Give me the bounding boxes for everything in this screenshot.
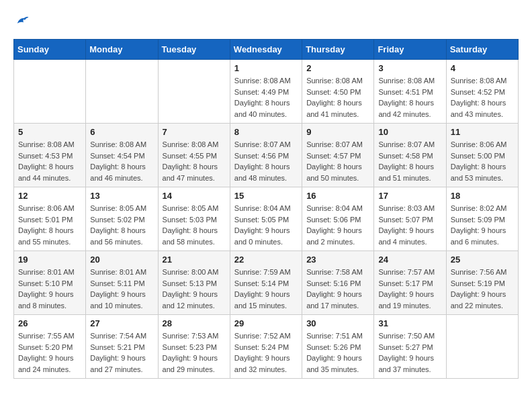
day-detail: Sunrise: 8:08 AMSunset: 4:53 PMDaylight:… xyxy=(18,139,81,183)
day-detail: Sunrise: 8:08 AMSunset: 4:54 PMDaylight:… xyxy=(90,139,153,183)
calendar-day-cell: 30 Sunrise: 7:51 AMSunset: 5:26 PMDaylig… xyxy=(302,315,374,379)
day-number: 2 xyxy=(306,63,369,73)
day-detail: Sunrise: 8:07 AMSunset: 4:56 PMDaylight:… xyxy=(234,139,298,183)
calendar-week-row: 19 Sunrise: 8:01 AMSunset: 5:10 PMDaylig… xyxy=(14,251,519,315)
day-detail: Sunrise: 8:02 AMSunset: 5:09 PMDaylight:… xyxy=(451,203,514,247)
day-header-wednesday: Wednesday xyxy=(230,40,302,60)
day-detail: Sunrise: 8:00 AMSunset: 5:13 PMDaylight:… xyxy=(163,267,226,311)
day-detail: Sunrise: 8:05 AMSunset: 5:03 PMDaylight:… xyxy=(163,203,226,247)
calendar-day-cell: 6 Sunrise: 8:08 AMSunset: 4:54 PMDayligh… xyxy=(86,124,158,187)
day-number: 29 xyxy=(234,318,298,328)
calendar-day-cell: 14 Sunrise: 8:05 AMSunset: 5:03 PMDaylig… xyxy=(158,187,230,251)
calendar-table: SundayMondayTuesdayWednesdayThursdayFrid… xyxy=(13,39,519,379)
page-header xyxy=(13,13,519,28)
day-detail: Sunrise: 8:07 AMSunset: 4:58 PMDaylight:… xyxy=(378,139,441,183)
day-number: 6 xyxy=(90,127,153,137)
day-detail: Sunrise: 7:57 AMSunset: 5:17 PMDaylight:… xyxy=(378,267,441,311)
day-number: 11 xyxy=(451,127,514,137)
calendar-day-cell: 10 Sunrise: 8:07 AMSunset: 4:58 PMDaylig… xyxy=(374,124,446,187)
day-detail: Sunrise: 7:58 AMSunset: 5:16 PMDaylight:… xyxy=(306,267,369,311)
calendar-day-cell: 25 Sunrise: 7:56 AMSunset: 5:19 PMDaylig… xyxy=(446,251,518,315)
day-detail: Sunrise: 8:03 AMSunset: 5:07 PMDaylight:… xyxy=(378,203,441,247)
calendar-day-cell xyxy=(14,60,86,124)
calendar-day-cell: 27 Sunrise: 7:54 AMSunset: 5:21 PMDaylig… xyxy=(86,315,158,379)
calendar-day-cell: 11 Sunrise: 8:06 AMSunset: 5:00 PMDaylig… xyxy=(446,124,518,187)
day-number: 18 xyxy=(451,191,514,201)
day-number: 15 xyxy=(234,191,298,201)
day-number: 17 xyxy=(378,191,441,201)
day-number: 22 xyxy=(234,255,298,265)
day-number: 8 xyxy=(234,127,298,137)
calendar-day-cell: 26 Sunrise: 7:55 AMSunset: 5:20 PMDaylig… xyxy=(14,315,86,379)
day-detail: Sunrise: 7:59 AMSunset: 5:14 PMDaylight:… xyxy=(234,267,298,311)
calendar-day-cell: 4 Sunrise: 8:08 AMSunset: 4:52 PMDayligh… xyxy=(446,60,518,124)
calendar-day-cell xyxy=(446,315,518,379)
day-number: 30 xyxy=(306,318,369,328)
logo xyxy=(13,13,30,28)
day-number: 7 xyxy=(163,127,226,137)
day-number: 9 xyxy=(306,127,369,137)
calendar-day-cell: 29 Sunrise: 7:52 AMSunset: 5:24 PMDaylig… xyxy=(230,315,302,379)
day-number: 16 xyxy=(306,191,369,201)
day-number: 1 xyxy=(234,63,298,73)
calendar-day-cell: 20 Sunrise: 8:01 AMSunset: 5:11 PMDaylig… xyxy=(86,251,158,315)
calendar-week-row: 5 Sunrise: 8:08 AMSunset: 4:53 PMDayligh… xyxy=(14,124,519,187)
day-number: 27 xyxy=(90,318,153,328)
calendar-day-cell: 2 Sunrise: 8:08 AMSunset: 4:50 PMDayligh… xyxy=(302,60,374,124)
day-number: 13 xyxy=(90,191,153,201)
day-number: 21 xyxy=(163,255,226,265)
calendar-header-row: SundayMondayTuesdayWednesdayThursdayFrid… xyxy=(14,40,519,60)
calendar-day-cell: 12 Sunrise: 8:06 AMSunset: 5:01 PMDaylig… xyxy=(14,187,86,251)
calendar-week-row: 12 Sunrise: 8:06 AMSunset: 5:01 PMDaylig… xyxy=(14,187,519,251)
day-number: 14 xyxy=(163,191,226,201)
day-number: 25 xyxy=(451,255,514,265)
day-detail: Sunrise: 8:08 AMSunset: 4:49 PMDaylight:… xyxy=(234,75,298,120)
day-detail: Sunrise: 7:53 AMSunset: 5:23 PMDaylight:… xyxy=(163,330,226,375)
calendar-day-cell: 1 Sunrise: 8:08 AMSunset: 4:49 PMDayligh… xyxy=(230,60,302,124)
day-number: 26 xyxy=(18,318,81,328)
calendar-day-cell: 23 Sunrise: 7:58 AMSunset: 5:16 PMDaylig… xyxy=(302,251,374,315)
day-header-saturday: Saturday xyxy=(446,40,518,60)
calendar-day-cell: 15 Sunrise: 8:04 AMSunset: 5:05 PMDaylig… xyxy=(230,187,302,251)
day-number: 20 xyxy=(90,255,153,265)
calendar-week-row: 1 Sunrise: 8:08 AMSunset: 4:49 PMDayligh… xyxy=(14,60,519,124)
day-number: 24 xyxy=(378,255,441,265)
day-detail: Sunrise: 8:08 AMSunset: 4:55 PMDaylight:… xyxy=(163,139,226,183)
day-detail: Sunrise: 7:54 AMSunset: 5:21 PMDaylight:… xyxy=(90,330,153,375)
calendar-day-cell: 3 Sunrise: 8:08 AMSunset: 4:51 PMDayligh… xyxy=(374,60,446,124)
day-detail: Sunrise: 8:04 AMSunset: 5:05 PMDaylight:… xyxy=(234,203,298,247)
calendar-day-cell: 16 Sunrise: 8:04 AMSunset: 5:06 PMDaylig… xyxy=(302,187,374,251)
calendar-day-cell: 18 Sunrise: 8:02 AMSunset: 5:09 PMDaylig… xyxy=(446,187,518,251)
calendar-day-cell xyxy=(158,60,230,124)
logo-bird-icon xyxy=(15,13,30,28)
day-number: 3 xyxy=(378,63,441,73)
day-detail: Sunrise: 8:01 AMSunset: 5:11 PMDaylight:… xyxy=(90,267,153,311)
calendar-day-cell: 31 Sunrise: 7:50 AMSunset: 5:27 PMDaylig… xyxy=(374,315,446,379)
day-number: 10 xyxy=(378,127,441,137)
calendar-day-cell: 13 Sunrise: 8:05 AMSunset: 5:02 PMDaylig… xyxy=(86,187,158,251)
day-detail: Sunrise: 8:08 AMSunset: 4:52 PMDaylight:… xyxy=(451,75,514,120)
day-number: 19 xyxy=(18,255,81,265)
day-header-monday: Monday xyxy=(86,40,158,60)
day-detail: Sunrise: 8:07 AMSunset: 4:57 PMDaylight:… xyxy=(306,139,369,183)
calendar-day-cell: 5 Sunrise: 8:08 AMSunset: 4:53 PMDayligh… xyxy=(14,124,86,187)
day-number: 23 xyxy=(306,255,369,265)
day-header-sunday: Sunday xyxy=(14,40,86,60)
calendar-day-cell: 7 Sunrise: 8:08 AMSunset: 4:55 PMDayligh… xyxy=(158,124,230,187)
day-detail: Sunrise: 8:08 AMSunset: 4:51 PMDaylight:… xyxy=(378,75,441,120)
day-header-thursday: Thursday xyxy=(302,40,374,60)
day-detail: Sunrise: 7:50 AMSunset: 5:27 PMDaylight:… xyxy=(378,330,441,375)
day-number: 12 xyxy=(18,191,81,201)
day-detail: Sunrise: 8:06 AMSunset: 5:01 PMDaylight:… xyxy=(18,203,81,247)
calendar-week-row: 26 Sunrise: 7:55 AMSunset: 5:20 PMDaylig… xyxy=(14,315,519,379)
day-header-friday: Friday xyxy=(374,40,446,60)
day-detail: Sunrise: 7:55 AMSunset: 5:20 PMDaylight:… xyxy=(18,330,81,375)
calendar-day-cell: 24 Sunrise: 7:57 AMSunset: 5:17 PMDaylig… xyxy=(374,251,446,315)
calendar-day-cell: 9 Sunrise: 8:07 AMSunset: 4:57 PMDayligh… xyxy=(302,124,374,187)
day-detail: Sunrise: 8:01 AMSunset: 5:10 PMDaylight:… xyxy=(18,267,81,311)
calendar-day-cell: 8 Sunrise: 8:07 AMSunset: 4:56 PMDayligh… xyxy=(230,124,302,187)
calendar-day-cell: 17 Sunrise: 8:03 AMSunset: 5:07 PMDaylig… xyxy=(374,187,446,251)
calendar-day-cell: 22 Sunrise: 7:59 AMSunset: 5:14 PMDaylig… xyxy=(230,251,302,315)
day-detail: Sunrise: 7:51 AMSunset: 5:26 PMDaylight:… xyxy=(306,330,369,375)
day-number: 28 xyxy=(163,318,226,328)
